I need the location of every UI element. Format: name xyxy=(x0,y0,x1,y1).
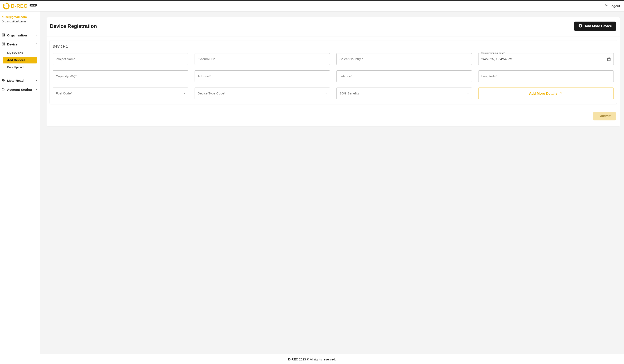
sidebar-item-my-devices[interactable]: My Devices xyxy=(3,50,38,56)
svg-rect-7 xyxy=(3,43,5,44)
sidebar-nav: Organization Device xyxy=(0,26,40,94)
commissioning-date-label: Commissioning Date* xyxy=(481,52,506,54)
latitude-field[interactable]: Latitude* xyxy=(336,70,472,82)
dropdown-icon xyxy=(467,92,469,95)
svg-rect-9 xyxy=(3,44,5,45)
sdg-benefits-field[interactable]: SDG Benefits xyxy=(336,88,472,99)
add-more-details-label: Add More Details xyxy=(529,91,557,95)
chevron-down-icon xyxy=(559,91,563,95)
device-registration-card: Device Registration Add More Device Devi… xyxy=(47,17,620,126)
sidebar-item-meterread[interactable]: MeterRead xyxy=(0,76,40,85)
add-more-device-label: Add More Device xyxy=(585,24,612,28)
svg-rect-1 xyxy=(3,5,3,5)
capacity-input[interactable] xyxy=(56,74,185,78)
submit-button[interactable]: Submit xyxy=(593,112,616,120)
header-bar: D-REC BETA Logout xyxy=(0,1,624,12)
sidebar-item-label: Device xyxy=(7,43,18,46)
svg-rect-4 xyxy=(4,7,5,8)
sidebar-item-bulk-upload[interactable]: Bulk Upload xyxy=(3,64,38,70)
footer-text: 2023 © All rights reserved. xyxy=(298,358,336,361)
device-1-section: Device 1 Project Name External ID* Selec… xyxy=(50,40,617,104)
user-email: duse@gmail.com xyxy=(2,15,38,19)
device-type-code-field[interactable]: Device Type Code* xyxy=(195,88,330,99)
logout-button[interactable]: Logout xyxy=(604,4,620,8)
chevron-down-icon xyxy=(35,79,38,82)
sidebar-item-label: Organization xyxy=(7,34,27,37)
longitude-field[interactable]: Longitude* xyxy=(478,70,614,82)
main-content: Device Registration Add More Device Devi… xyxy=(40,12,624,354)
logo-mark-icon xyxy=(2,2,10,10)
sidebar: duse@gmail.com OrganizationAdmin Organiz… xyxy=(0,12,40,354)
chevron-down-icon xyxy=(35,88,38,91)
beta-badge: BETA xyxy=(29,4,37,6)
device-type-code-input[interactable] xyxy=(198,91,327,95)
latitude-input[interactable] xyxy=(339,74,469,78)
svg-point-11 xyxy=(2,88,3,89)
sidebar-item-add-devices[interactable]: Add Devices xyxy=(3,57,37,64)
project-name-input[interactable] xyxy=(56,57,185,61)
device-icon xyxy=(2,42,5,46)
sidebar-item-organization[interactable]: Organization xyxy=(0,31,40,40)
country-input[interactable] xyxy=(339,57,469,61)
logout-label: Logout xyxy=(610,4,620,8)
address-input[interactable] xyxy=(198,74,327,78)
svg-rect-6 xyxy=(2,43,3,44)
dropdown-icon xyxy=(325,92,327,95)
country-field[interactable]: Select Country * xyxy=(336,53,472,65)
fuel-code-input[interactable] xyxy=(56,91,185,95)
address-field[interactable]: Address* xyxy=(195,70,330,82)
device-submenu: My Devices Add Devices Bulk Upload xyxy=(0,49,40,72)
fuel-code-field[interactable]: Fuel Code* xyxy=(53,88,188,99)
commissioning-date-field[interactable]: Commissioning Date* 2/4/2025, 1:34:54 PM xyxy=(478,53,614,65)
svg-point-12 xyxy=(4,90,5,90)
add-more-details-button[interactable]: Add More Details xyxy=(478,88,614,99)
add-more-device-button[interactable]: Add More Device xyxy=(574,22,616,31)
meter-icon xyxy=(2,79,5,83)
svg-rect-3 xyxy=(3,6,4,7)
logout-icon xyxy=(604,4,608,8)
organization-icon xyxy=(2,33,5,37)
longitude-input[interactable] xyxy=(481,74,611,78)
commissioning-date-value: 2/4/2025, 1:34:54 PM xyxy=(481,57,611,61)
chevron-up-icon xyxy=(35,43,38,46)
sidebar-item-label: MeterRead xyxy=(7,79,24,82)
sidebar-item-device[interactable]: Device xyxy=(0,40,40,49)
footer: D-REC 2023 © All rights reserved. xyxy=(0,354,624,364)
capacity-field[interactable]: Capacity(kW)* xyxy=(53,70,188,82)
project-name-field[interactable]: Project Name xyxy=(53,53,188,65)
brand-logo[interactable]: D-REC BETA xyxy=(2,2,37,10)
chevron-down-icon xyxy=(35,34,38,37)
calendar-icon[interactable] xyxy=(607,57,611,61)
user-info: duse@gmail.com OrganizationAdmin xyxy=(0,14,40,26)
sidebar-item-label: Account Setting xyxy=(7,88,32,91)
page-title: Device Registration xyxy=(50,23,97,29)
external-id-field[interactable]: External ID* xyxy=(195,53,330,65)
external-id-input[interactable] xyxy=(198,57,327,61)
footer-brand: D-REC xyxy=(288,358,298,361)
plus-circle-icon xyxy=(578,24,582,29)
svg-rect-2 xyxy=(4,5,5,6)
svg-rect-8 xyxy=(2,44,3,45)
sidebar-item-account-setting[interactable]: Account Setting xyxy=(0,85,40,94)
svg-rect-14 xyxy=(607,58,610,61)
sdg-benefits-input[interactable] xyxy=(339,91,469,95)
account-setting-icon xyxy=(2,88,5,91)
brand-name: D-REC xyxy=(11,3,27,9)
device-section-title: Device 1 xyxy=(53,44,614,48)
user-role: OrganizationAdmin xyxy=(2,20,38,23)
dropdown-icon xyxy=(183,92,185,95)
svg-rect-0 xyxy=(3,4,4,4)
